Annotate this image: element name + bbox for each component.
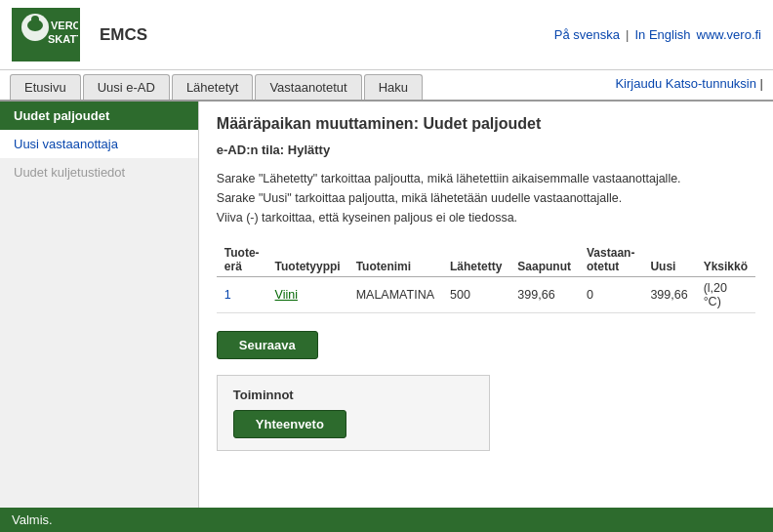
cell-vastaanotetut: 0 xyxy=(579,277,642,313)
cell-lahetetty: 500 xyxy=(442,277,509,313)
col-tuote-era: Tuote-erä xyxy=(217,243,267,277)
cell-tuotenimi: MALAMATINA xyxy=(348,277,442,313)
sidebar-item-uudet-paljoudet[interactable]: Uudet paljoudet xyxy=(0,102,198,130)
data-table: Tuote-erä Tuotetyyppi Tuotenimi Lähetett… xyxy=(217,243,755,313)
lang-en-link[interactable]: In English xyxy=(634,27,690,42)
cell-uusi: 399,66 xyxy=(642,277,695,313)
seuraava-area: Seuraava xyxy=(217,331,755,359)
tab-haku[interactable]: Haku xyxy=(364,74,423,100)
sidebar-item-uudet-kuljetustiedot: Uudet kuljetustiedot xyxy=(0,158,198,186)
info-box: Sarake "Lähetetty" tarkoittaa paljoutta,… xyxy=(217,169,755,227)
nav-right: Kirjaudu Katso-tunnuksin | xyxy=(615,76,763,95)
info-line-2: Sarake "Uusi" tarkoittaa paljoutta, mikä… xyxy=(217,188,755,208)
col-vastaanotetut: Vastaan-otetut xyxy=(579,243,642,277)
tab-etusivu[interactable]: Etusivu xyxy=(10,74,81,100)
svg-text:VERO: VERO xyxy=(51,20,78,31)
sidebar-item-uusi-vastaanottaja[interactable]: Uusi vastaanottaja xyxy=(0,130,198,158)
info-line-3: Viiva (-) tarkoittaa, että kyseinen palj… xyxy=(217,208,755,227)
header: VERO SKATT EMCS På svenska | In English … xyxy=(0,0,773,70)
col-lahetetty: Lähetetty xyxy=(442,243,509,277)
status-label: e-AD:n tila: xyxy=(217,143,284,157)
tab-uusi-e-ad[interactable]: Uusi e-AD xyxy=(83,74,170,100)
actions-box: Toiminnot Yhteenveto xyxy=(217,375,490,451)
vero-fi-link[interactable]: www.vero.fi xyxy=(697,27,761,42)
status-bar-text: Valmis. xyxy=(12,512,53,527)
page-title: Määräpaikan muuttaminen: Uudet paljoudet xyxy=(217,115,755,133)
main-layout: Uudet paljoudet Uusi vastaanottaja Uudet… xyxy=(0,102,773,512)
nav-tabs: Etusivu Uusi e-AD Lähetetyt Vastaanotetu… xyxy=(10,70,423,100)
logo: VERO SKATT xyxy=(12,8,80,61)
col-uusi: Uusi xyxy=(642,243,695,277)
logo-svg: VERO SKATT xyxy=(14,10,78,61)
sidebar: Uudet paljoudet Uusi vastaanottaja Uudet… xyxy=(0,102,199,512)
status-bar: Valmis. xyxy=(0,508,773,532)
status-value: Hylätty xyxy=(288,143,330,157)
logo-area: VERO SKATT EMCS xyxy=(12,8,147,61)
app-title: EMCS xyxy=(100,25,147,45)
actions-title: Toiminnot xyxy=(233,388,473,402)
info-line-1: Sarake "Lähetetty" tarkoittaa paljoutta,… xyxy=(217,169,755,188)
navbar: Etusivu Uusi e-AD Lähetetyt Vastaanotetu… xyxy=(0,70,773,102)
col-tuotetyyppi: Tuotetyyppi xyxy=(267,243,348,277)
svg-text:SKATT: SKATT xyxy=(48,33,78,45)
yhteenveto-button[interactable]: Yhteenveto xyxy=(233,410,346,438)
svg-point-3 xyxy=(31,16,39,23)
table-row: 1 Viini MALAMATINA 500 399,66 0 399,66 (… xyxy=(217,277,755,313)
header-links: På svenska | In English www.vero.fi xyxy=(554,27,761,42)
cell-yksikko: (l,20 °C) xyxy=(696,277,755,313)
tab-lahetetyt[interactable]: Lähetetyt xyxy=(172,74,254,100)
seuraava-button[interactable]: Seuraava xyxy=(217,331,318,359)
status-line: e-AD:n tila: Hylätty xyxy=(217,143,755,157)
cell-tuotetyyppi: Viini xyxy=(267,277,348,313)
col-saapunut: Saapunut xyxy=(509,243,579,277)
col-yksikko: Yksikkö xyxy=(696,243,755,277)
cell-saapunut: 399,66 xyxy=(509,277,579,313)
content-area: Määräpaikan muuttaminen: Uudet paljoudet… xyxy=(199,102,773,512)
sep1: | xyxy=(626,27,629,42)
lang-sv-link[interactable]: På svenska xyxy=(554,27,620,42)
login-link[interactable]: Kirjaudu Katso-tunnuksin xyxy=(615,76,756,91)
tab-vastaanotetut[interactable]: Vastaanotetut xyxy=(255,74,361,100)
cell-tuote-era: 1 xyxy=(217,277,267,313)
col-tuotenimi: Tuotenimi xyxy=(348,243,442,277)
